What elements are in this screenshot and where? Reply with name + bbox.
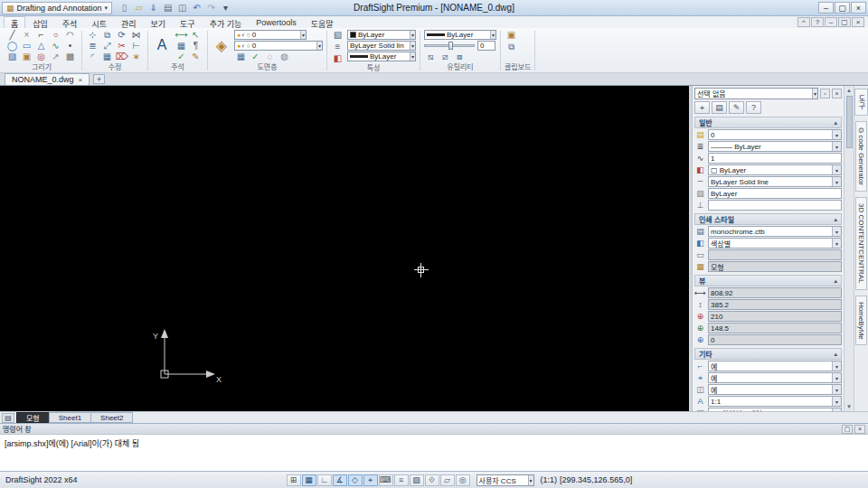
print-area-field[interactable]: [708, 249, 842, 260]
transparency-input[interactable]: ByLayer: [708, 188, 842, 199]
transparency-slider[interactable]: [424, 44, 475, 47]
new-file-icon[interactable]: ▯: [118, 2, 131, 14]
panel-help-icon[interactable]: ?: [746, 101, 761, 114]
scale-icon[interactable]: ⤢: [100, 41, 114, 52]
mirror-icon[interactable]: ⋈: [129, 30, 143, 41]
transparency-value[interactable]: 0: [477, 41, 495, 51]
hide-layer-icon[interactable]: ◍: [278, 52, 291, 62]
isolate-toggle[interactable]: ◎: [456, 474, 470, 486]
tab-tools[interactable]: 도구: [173, 16, 203, 28]
close-tab-icon[interactable]: ×: [79, 76, 83, 84]
open-file-icon[interactable]: ▱: [132, 2, 146, 14]
color-combo[interactable]: ByLayer ▾: [347, 30, 416, 40]
document-tab[interactable]: NONAME_0.dwg ×: [5, 73, 90, 85]
save-icon[interactable]: ⇓: [146, 2, 160, 14]
ucs-icon-visible-select[interactable]: 예: [708, 361, 842, 371]
lineweight-toggle[interactable]: ≡: [394, 474, 409, 486]
ccs-select[interactable]: 사용자 CCS ▾: [476, 474, 534, 486]
ray-icon[interactable]: ↗: [49, 52, 62, 62]
dimension-icon[interactable]: ⟷: [175, 30, 188, 41]
polyline-icon[interactable]: ⌐: [34, 30, 48, 41]
tab-insert[interactable]: 삽입: [25, 16, 55, 28]
help-icon[interactable]: ?: [811, 17, 824, 27]
region-icon[interactable]: ▣: [20, 52, 33, 62]
select-elements-icon[interactable]: ⌖: [694, 101, 710, 114]
hatch-icon[interactable]: ▨: [5, 52, 19, 62]
quick-select-icon[interactable]: ▤: [712, 101, 727, 114]
extend-icon[interactable]: ⊢: [129, 41, 143, 52]
polygon-icon[interactable]: △: [34, 41, 48, 52]
fillet-icon[interactable]: ◜: [86, 52, 99, 62]
layer-select[interactable]: 0: [708, 129, 842, 140]
sheet-tab-sheet2[interactable]: Sheet2: [90, 412, 133, 423]
arc-icon[interactable]: ◠: [63, 30, 77, 41]
ellipse-icon[interactable]: ◯: [5, 41, 19, 52]
edit-note-icon[interactable]: ✎: [189, 52, 203, 62]
scroll-up-icon[interactable]: ▴: [847, 87, 851, 94]
esnap-toggle[interactable]: ◇: [348, 474, 363, 486]
float-panel-icon[interactable]: ▢: [842, 425, 853, 434]
redo-icon[interactable]: ↷: [204, 2, 218, 14]
match-properties-icon[interactable]: ▧: [331, 30, 344, 41]
close-command-icon[interactable]: ×: [854, 425, 865, 434]
linescale-input[interactable]: 1: [708, 153, 842, 164]
isolate-layer-icon[interactable]: ◌: [263, 52, 277, 62]
annotation-scale-select[interactable]: 1:1: [708, 396, 842, 407]
lineweight-select[interactable]: ——— ByLayer: [708, 141, 842, 152]
point-icon[interactable]: •: [63, 41, 77, 52]
copy-icon[interactable]: ⧉: [100, 30, 114, 41]
slider-thumb[interactable]: [448, 42, 453, 50]
tab-powertools[interactable]: Powertools: [249, 16, 304, 28]
ucs-per-view-select[interactable]: 예: [708, 384, 842, 395]
ribbon-collapse-icon[interactable]: ^: [797, 17, 810, 27]
bring-to-front-icon[interactable]: ⧄: [439, 52, 452, 62]
command-history[interactable]: [arsimp.shx]에(에) [Arial]이(가) 대체 됨: [0, 435, 868, 471]
close-panel-icon[interactable]: ×: [832, 89, 842, 99]
tab-sheet[interactable]: 시트: [84, 16, 114, 28]
line-icon[interactable]: ╱: [5, 30, 19, 41]
pattern-icon[interactable]: ▦: [100, 52, 114, 62]
qinput-toggle[interactable]: ⌨: [379, 474, 393, 486]
drawing-canvas[interactable]: Y X: [0, 86, 689, 411]
close-button[interactable]: ×: [851, 2, 866, 14]
ucs-origin-select[interactable]: 예: [708, 372, 842, 383]
polar-toggle[interactable]: ∡: [333, 474, 347, 486]
annotation-visibility-toggle[interactable]: ▱: [440, 474, 455, 486]
palette-tab-homebyme[interactable]: HomeByMe: [855, 296, 867, 346]
tab-manage[interactable]: 관리: [114, 16, 144, 28]
maximize-button[interactable]: ▢: [835, 2, 850, 14]
print-icon[interactable]: ▤: [161, 2, 175, 14]
section-header-general[interactable]: 일반 ▴: [694, 117, 842, 128]
new-document-tab-button[interactable]: +: [93, 74, 105, 84]
doc-restore-button[interactable]: ▢: [838, 17, 851, 27]
sheet-tab-model[interactable]: 모형: [16, 412, 50, 423]
leader-icon[interactable]: ↖: [189, 30, 203, 41]
erase-icon[interactable]: ⌦: [115, 52, 128, 62]
visual-style-select[interactable]: 2D 와이어프레임: [708, 408, 842, 411]
rectangle-icon[interactable]: ▭: [20, 41, 33, 52]
minimize-button[interactable]: –: [818, 2, 834, 14]
palette-tab-tools[interactable]: 도구: [854, 89, 868, 116]
draw-order-icon[interactable]: ⧇: [453, 52, 467, 62]
grid-toggle[interactable]: ▦: [302, 474, 316, 486]
print-style-table-select[interactable]: monochrome.ctb: [708, 226, 842, 237]
section-header-misc[interactable]: 기타 ▴: [694, 348, 842, 360]
edit-annotation-icon[interactable]: ✎: [729, 101, 744, 114]
snap-toggle[interactable]: ⊞: [287, 474, 301, 486]
circle-icon[interactable]: ○: [49, 30, 62, 41]
etrack-toggle[interactable]: ⌖: [363, 474, 378, 486]
print-space-field[interactable]: 모형: [708, 261, 842, 272]
paragraph-icon[interactable]: ¶: [189, 41, 203, 52]
sheet-list-icon[interactable]: ▤: [2, 413, 14, 423]
sheet-tab-sheet1[interactable]: Sheet1: [49, 412, 91, 423]
scrollbar-thumb[interactable]: [846, 96, 853, 148]
tab-home[interactable]: 홈: [4, 16, 25, 28]
thickness-input[interactable]: [708, 200, 842, 211]
doc-minimize-button[interactable]: –: [825, 17, 837, 27]
tab-addins[interactable]: 추가 기능: [203, 16, 250, 28]
table-icon[interactable]: ▦: [175, 41, 188, 52]
workspace-select[interactable]: ▦ Drafting and Annotation ▾: [2, 2, 112, 14]
dynamic-ucs-toggle[interactable]: ⟐: [425, 474, 439, 486]
rotate-icon[interactable]: ⟳: [115, 30, 128, 41]
doc-close-button[interactable]: ×: [852, 17, 864, 27]
